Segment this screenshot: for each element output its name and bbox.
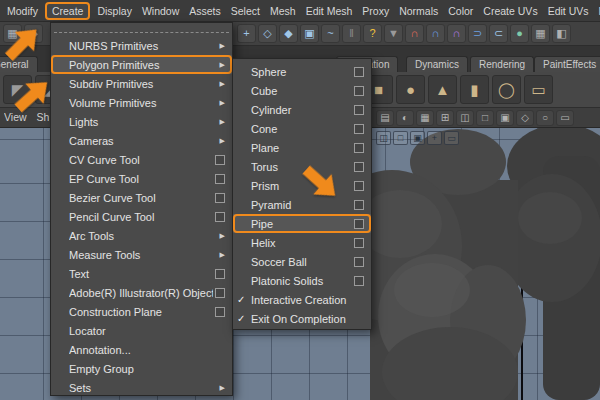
snap-magnet-blue-icon[interactable]: ∩ xyxy=(426,24,445,43)
wireframe-icon[interactable]: ◫ xyxy=(376,131,391,145)
menubar-item-modify[interactable]: Modify xyxy=(2,2,43,20)
menu-item-suffix-icon[interactable] xyxy=(352,105,364,115)
menubar-item-window[interactable]: Window xyxy=(137,2,184,20)
menu-item-suffix-icon[interactable] xyxy=(213,118,225,126)
create-menu-item-arc-tools[interactable]: Arc Tools xyxy=(51,226,232,245)
make-live-icon[interactable]: ⊃ xyxy=(468,24,487,43)
textured-icon[interactable]: ▣ xyxy=(410,131,425,145)
submenu-item-pipe[interactable]: Pipe xyxy=(233,214,371,233)
menu-item-suffix-icon[interactable] xyxy=(213,269,225,279)
create-menu-item-locator[interactable]: Locator xyxy=(51,321,232,340)
submenu-item-helix[interactable]: Helix xyxy=(233,233,371,252)
history-icon[interactable]: ⊂ xyxy=(489,24,508,43)
create-menu-item-nurbs-primitives[interactable]: NURBS Primitives xyxy=(51,36,232,55)
dropdown-icon[interactable]: ▼ xyxy=(384,24,403,43)
curve-icon[interactable]: ~ xyxy=(321,24,340,43)
menu-tearoff-handle[interactable] xyxy=(54,25,229,33)
menu-item-suffix-icon[interactable] xyxy=(352,143,364,153)
poly-cone-icon[interactable]: ▲ xyxy=(428,75,457,104)
create-menu-item-ep-curve-tool[interactable]: EP Curve Tool xyxy=(51,169,232,188)
create-menu-item-pencil-curve-tool[interactable]: Pencil Curve Tool xyxy=(51,207,232,226)
submenu-item-cone[interactable]: Cone xyxy=(233,119,371,138)
lighting-icon[interactable]: ◐ xyxy=(396,110,414,126)
film-gate-icon[interactable]: ◫ xyxy=(456,110,474,126)
menubar-item-select[interactable]: Select xyxy=(226,2,265,20)
menu-item-suffix-icon[interactable] xyxy=(213,99,225,107)
create-menu-item-bezier-curve-tool[interactable]: Bezier Curve Tool xyxy=(51,188,232,207)
submenu-item-sphere[interactable]: Sphere xyxy=(233,62,371,81)
menu-item-suffix-icon[interactable] xyxy=(352,200,364,210)
safe-title-icon[interactable]: ▭ xyxy=(556,110,574,126)
grid-icon[interactable]: ⊞ xyxy=(436,110,454,126)
menubar-item-assets[interactable]: Assets xyxy=(184,2,226,20)
menu-item-suffix-icon[interactable] xyxy=(213,232,225,240)
poly-plane-icon[interactable]: ▭ xyxy=(524,75,553,104)
gate-mask-icon[interactable]: ▣ xyxy=(496,110,514,126)
quad-draw-icon[interactable]: ▣ xyxy=(300,24,319,43)
menu-item-suffix-icon[interactable] xyxy=(352,124,364,134)
panel-menu-shading[interactable]: Shading xyxy=(37,111,49,123)
menu-item-suffix-icon[interactable] xyxy=(213,384,225,392)
submenu-item-soccer-ball[interactable]: Soccer Ball xyxy=(233,252,371,271)
menu-item-suffix-icon[interactable] xyxy=(352,238,364,248)
menu-item-suffix-icon[interactable] xyxy=(213,61,225,69)
submenu-item-pyramid[interactable]: Pyramid xyxy=(233,195,371,214)
create-menu-item-subdiv-primitives[interactable]: Subdiv Primitives xyxy=(51,74,232,93)
shaded-icon[interactable]: □ xyxy=(393,131,408,145)
menu-item-suffix-icon[interactable] xyxy=(213,251,225,259)
menubar-item-muscle[interactable]: Muscle xyxy=(594,2,600,20)
menu-item-suffix-icon[interactable] xyxy=(213,174,225,184)
menubar-item-proxy[interactable]: Proxy xyxy=(357,2,394,20)
create-menu-item-cv-curve-tool[interactable]: CV Curve Tool xyxy=(51,150,232,169)
isolate-icon[interactable]: ▭ xyxy=(444,131,459,145)
create-menu-item-empty-group[interactable]: Empty Group xyxy=(51,359,232,378)
menu-item-suffix-icon[interactable] xyxy=(352,86,364,96)
menu-item-suffix-icon[interactable] xyxy=(352,162,364,172)
menubar-item-edit-uvs[interactable]: Edit UVs xyxy=(543,2,594,20)
menu-item-suffix-icon[interactable] xyxy=(213,80,225,88)
snap-magnet-red-icon[interactable]: ∩ xyxy=(405,24,424,43)
menu-item-suffix-icon[interactable] xyxy=(352,219,364,229)
menubar-item-color[interactable]: Color xyxy=(443,2,478,20)
viewport-toggle-icon[interactable]: ◧ xyxy=(552,24,571,43)
menu-item-suffix-icon[interactable] xyxy=(213,42,225,50)
grid-toggle-icon[interactable]: ▦ xyxy=(531,24,550,43)
menu-item-suffix-icon[interactable] xyxy=(213,193,225,203)
shelf-tab-rendering[interactable]: Rendering xyxy=(470,56,534,72)
menu-item-suffix-icon[interactable] xyxy=(213,212,225,222)
poly-cylinder-icon[interactable]: ▮ xyxy=(460,75,489,104)
construction-icon[interactable]: ● xyxy=(510,24,529,43)
create-menu-item-annotation[interactable]: Annotation... xyxy=(51,340,232,359)
menubar-item-create[interactable]: Create xyxy=(45,2,91,20)
menubar-item-normals[interactable]: Normals xyxy=(394,2,443,20)
menu-item-suffix-icon[interactable] xyxy=(352,67,364,77)
menubar-item-edit-mesh[interactable]: Edit Mesh xyxy=(301,2,358,20)
menubar-item-create-uvs[interactable]: Create UVs xyxy=(478,2,542,20)
menu-item-suffix-icon[interactable] xyxy=(213,307,225,317)
create-menu-item-cameras[interactable]: Cameras xyxy=(51,131,232,150)
menubar-item-mesh[interactable]: Mesh xyxy=(265,2,301,20)
soft-select-icon[interactable]: ◆ xyxy=(279,24,298,43)
create-menu-item-text[interactable]: Text xyxy=(51,264,232,283)
snap-magnet-purple-icon[interactable]: ∩ xyxy=(447,24,466,43)
lattice-icon[interactable]: ◇ xyxy=(258,24,277,43)
create-menu-item-volume-primitives[interactable]: Volume Primitives xyxy=(51,93,232,112)
safe-action-icon[interactable]: ○ xyxy=(536,110,554,126)
submenu-item-interactive-creation[interactable]: Interactive Creation xyxy=(233,290,371,309)
menu-item-suffix-icon[interactable] xyxy=(213,288,225,298)
move-tool-icon[interactable]: + xyxy=(237,24,256,43)
create-menu-item-lights[interactable]: Lights xyxy=(51,112,232,131)
poly-sphere-icon[interactable]: ● xyxy=(396,75,425,104)
create-menu-item-adobe-r-illustrator-r-object[interactable]: Adobe(R) Illustrator(R) Object... xyxy=(51,283,232,302)
create-menu-item-polygon-primitives[interactable]: Polygon Primitives xyxy=(51,55,232,74)
camera-select-icon[interactable]: ▤ xyxy=(376,110,394,126)
help-icon[interactable]: ? xyxy=(363,24,382,43)
shelf-tab-dynamics[interactable]: Dynamics xyxy=(406,56,468,72)
separator-icon[interactable]: ‖ xyxy=(342,24,361,43)
shelf-tab-painteffects[interactable]: PaintEffects xyxy=(534,56,600,72)
poly-torus-icon[interactable]: ◯ xyxy=(492,75,521,104)
lights-icon[interactable]: + xyxy=(427,131,442,145)
menu-item-suffix-icon[interactable] xyxy=(213,137,225,145)
menubar-item-display[interactable]: Display xyxy=(92,2,136,20)
menu-item-suffix-icon[interactable] xyxy=(352,257,364,267)
